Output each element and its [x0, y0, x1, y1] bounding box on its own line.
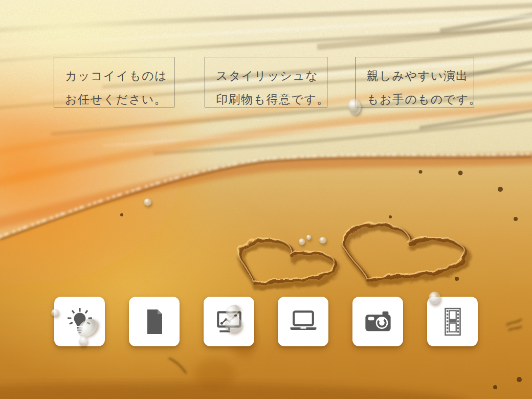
service-tile-print[interactable]	[129, 297, 180, 346]
film-strip-icon	[438, 307, 468, 337]
water-droplet	[429, 292, 440, 304]
caption-box-friendly: 親しみやすい演出 もお手のものです。	[356, 57, 474, 107]
water-droplet	[144, 198, 151, 206]
camera-icon	[363, 306, 393, 337]
caption-line: もお手のものです。	[367, 87, 474, 111]
service-tile-photo[interactable]	[352, 297, 403, 346]
water-droplet	[51, 309, 59, 316]
water-droplet	[225, 316, 242, 332]
caption-line: スタイリッシュな	[216, 64, 327, 87]
caption-line: お任せください。	[65, 87, 174, 111]
service-tile-web[interactable]	[278, 297, 328, 346]
caption-line: カッコイイものは	[65, 64, 174, 87]
water-droplet	[319, 237, 326, 243]
beach-hero-section: カッコイイものは お任せください。 スタイリッシュな 印刷物も得意です。 親しみ…	[0, 0, 532, 399]
water-droplet	[299, 238, 305, 245]
caption-line: 親しみやすい演出	[367, 64, 474, 87]
water-droplet	[306, 235, 311, 240]
caption-box-cool: カッコイイものは お任せください。	[54, 57, 174, 107]
document-icon	[140, 307, 169, 336]
laptop-icon	[287, 306, 319, 338]
caption-line: 印刷物も得意です。	[216, 87, 327, 111]
caption-box-stylish: スタイリッシュな 印刷物も得意です。	[205, 57, 327, 107]
